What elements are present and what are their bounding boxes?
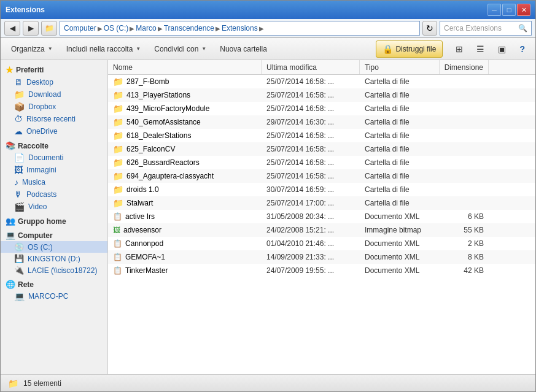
cell-size: [440, 169, 489, 183]
col-header-type[interactable]: Tipo: [360, 60, 440, 74]
sidebar-item-marco-pc[interactable]: 💻 MARCO-PC: [1, 290, 107, 302]
sidebar-item-download[interactable]: 📁 Download: [1, 88, 107, 101]
view-details-button[interactable]: ☰: [471, 40, 490, 58]
sidebar-item-onedrive[interactable]: ☁ OneDrive: [1, 125, 107, 137]
up-button[interactable]: 📁: [41, 21, 57, 36]
dropbox-icon: 📦: [14, 102, 25, 112]
sidebar-header-rete[interactable]: 🌐 Rete: [1, 279, 107, 290]
table-row[interactable]: 📋 active Irs 31/05/2008 20:34: ... Docum…: [108, 210, 535, 223]
col-header-size[interactable]: Dimensione: [440, 60, 489, 74]
documenti-icon: 📄: [14, 153, 25, 163]
search-box[interactable]: Cerca Extensions 🔍: [440, 21, 532, 36]
cell-date: 24/07/2009 19:55: ...: [262, 264, 360, 277]
crumb-computer[interactable]: Computer: [64, 24, 96, 33]
folder-icon: 📁: [113, 117, 123, 127]
close-button[interactable]: ✕: [517, 4, 530, 16]
folder-icon: 📁: [113, 171, 123, 181]
sidebar-item-documenti[interactable]: 📄 Documenti: [1, 152, 107, 164]
cell-type: Documento XML: [360, 210, 440, 223]
maximize-button[interactable]: □: [502, 4, 516, 16]
window-title: Extensions: [6, 6, 45, 14]
sidebar-section-computer: 💻 Computer 💿 OS (C:) 💾 KINGSTON (D:) 🔌 L…: [1, 229, 107, 276]
cell-size: 2 KB: [440, 237, 489, 250]
sidebar-item-kingston[interactable]: 💾 KINGSTON (D:): [1, 253, 107, 264]
search-icon[interactable]: 🔍: [518, 24, 527, 33]
col-header-name[interactable]: Nome: [108, 60, 262, 74]
sidebar-header-raccolte[interactable]: 📚 Raccolte: [1, 140, 107, 152]
table-row[interactable]: 🖼 advesensor 24/02/2008 15:21: ... Immag…: [108, 223, 535, 237]
distruggi-icon: 🔒: [383, 44, 393, 54]
breadcrumb: Computer ▶ OS (C:) ▶ Marco ▶ Transcenden…: [64, 24, 264, 33]
sidebar-item-risorse[interactable]: ⏱ Risorse recenti: [1, 113, 107, 125]
nuova-cartella-button[interactable]: Nuova cartella: [214, 40, 273, 58]
table-row[interactable]: 📁 413_PlayerStations 25/07/2014 16:58: .…: [108, 88, 535, 102]
sidebar-item-video[interactable]: 🎬 Video: [1, 201, 107, 213]
address-box[interactable]: Computer ▶ OS (C:) ▶ Marco ▶ Transcenden…: [60, 21, 420, 36]
sidebar-header-gruppo[interactable]: 👥 Gruppo home: [1, 215, 107, 227]
condividi-dropdown-icon: ▼: [201, 46, 206, 52]
xml-icon: 📋: [113, 212, 122, 221]
sidebar-item-immagini[interactable]: 🖼 Immagini: [1, 164, 107, 176]
crumb-extensions[interactable]: Extensions: [222, 24, 258, 33]
crumb-transcendence[interactable]: Transcendence: [164, 24, 214, 33]
cell-date: 25/07/2014 16:58: ...: [262, 142, 360, 156]
condividi-button[interactable]: Condividi con ▼: [149, 40, 212, 58]
cell-name: 📁 287_F-Bomb: [108, 75, 262, 88]
explorer-window: Extensions ─ □ ✕ ◀ ▶ 📁 Computer ▶ OS (C:…: [0, 0, 536, 392]
minimize-button[interactable]: ─: [487, 4, 501, 16]
table-row[interactable]: 📁 287_F-Bomb 25/07/2014 16:58: ... Carte…: [108, 75, 535, 88]
sidebar-item-dropbox[interactable]: 📦 Dropbox: [1, 101, 107, 113]
lacie-icon: 🔌: [14, 266, 24, 275]
folder-icon: 📁: [113, 185, 123, 194]
sidebar-header-computer[interactable]: 💻 Computer: [1, 229, 107, 241]
refresh-button[interactable]: ↻: [422, 21, 437, 36]
table-row[interactable]: 📋 Cannonpod 01/04/2010 21:46: ... Docume…: [108, 237, 535, 250]
table-row[interactable]: 📋 GEMOFA~1 14/09/2009 21:33: ... Documen…: [108, 250, 535, 264]
distruggi-button[interactable]: 🔒 Distruggi file: [376, 40, 443, 58]
table-row[interactable]: 📁 694_Agauptera-classyacht 25/07/2014 16…: [108, 169, 535, 183]
table-row[interactable]: 📁 625_FalconCV 25/07/2014 16:58: ... Car…: [108, 142, 535, 156]
crumb-sep-3: ▶: [158, 25, 163, 32]
crumb-marco[interactable]: Marco: [136, 24, 156, 33]
sidebar-item-podcasts[interactable]: 🎙 Podcasts: [1, 188, 107, 201]
table-row[interactable]: 📁 618_DealerStations 25/07/2014 16:58: .…: [108, 129, 535, 142]
cell-date: 25/07/2014 16:58: ...: [262, 102, 360, 115]
cell-date: 14/09/2009 21:33: ...: [262, 250, 360, 264]
table-row[interactable]: 📋 TinkerMaster 24/07/2009 19:55: ... Doc…: [108, 264, 535, 277]
status-count: 15 elementi: [23, 379, 61, 388]
osc-drive-icon: 💿: [14, 242, 24, 252]
table-row[interactable]: 📁 Stalwart 25/07/2014 17:00: ... Cartell…: [108, 196, 535, 210]
sidebar-item-desktop[interactable]: 🖥 Desktop: [1, 76, 107, 88]
includi-button[interactable]: Includi nella raccolta ▼: [61, 40, 147, 58]
status-bar: 📁 15 elementi: [1, 374, 535, 391]
cell-date: 24/02/2008 15:21: ...: [262, 223, 360, 237]
cell-type: Documento XML: [360, 250, 440, 264]
table-row[interactable]: 📁 439_MicroFactoryModule 25/07/2014 16:5…: [108, 102, 535, 115]
cell-type: Cartella di file: [360, 156, 440, 169]
table-row[interactable]: 📁 540_GemofAssistance 29/07/2014 16:30: …: [108, 115, 535, 129]
cell-type: Documento XML: [360, 264, 440, 277]
sidebar-section-rete: 🌐 Rete 💻 MARCO-PC: [1, 279, 107, 302]
pane-toggle-button[interactable]: ▣: [492, 40, 511, 58]
cell-date: 25/07/2014 16:58: ...: [262, 129, 360, 142]
table-row[interactable]: 📁 626_BussardReactors 25/07/2014 16:58: …: [108, 156, 535, 169]
organizza-button[interactable]: Organizza ▼: [6, 40, 58, 58]
sidebar-item-osc[interactable]: 💿 OS (C:): [1, 241, 107, 253]
back-button[interactable]: ◀: [4, 21, 20, 36]
sidebar-item-lacie[interactable]: 🔌 LACIE (\\cisco18722): [1, 264, 107, 276]
crumb-c[interactable]: OS (C:): [104, 24, 129, 33]
cell-name: 📁 625_FalconCV: [108, 142, 262, 156]
sidebar-header-preferiti[interactable]: ★ Preferiti: [1, 64, 107, 76]
bitmap-icon: 🖼: [113, 226, 120, 234]
cell-size: 42 KB: [440, 264, 489, 277]
forward-button[interactable]: ▶: [23, 21, 39, 36]
table-row[interactable]: 📁 droids 1.0 30/07/2014 16:59: ... Carte…: [108, 183, 535, 196]
cell-name: 📋 TinkerMaster: [108, 264, 262, 277]
view-toggle-button[interactable]: ⊞: [450, 40, 468, 58]
computer-icon: 💻: [6, 231, 15, 240]
cell-name: 📋 active Irs: [108, 210, 262, 223]
folder-icon: 📁: [113, 198, 123, 208]
col-header-date[interactable]: Ultima modifica: [262, 60, 360, 74]
sidebar-item-musica[interactable]: ♪ Musica: [1, 176, 107, 188]
help-button[interactable]: ?: [514, 40, 530, 58]
